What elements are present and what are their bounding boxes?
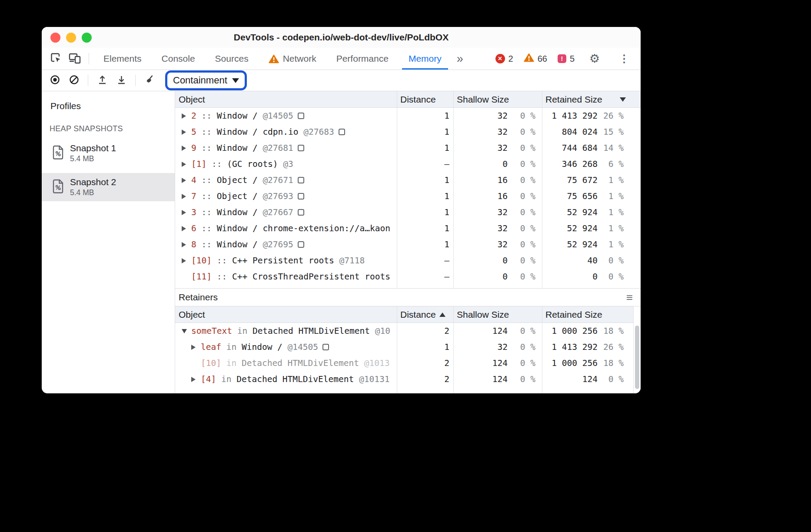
heap-object-row[interactable]: 4 :: Object / @276711160 %75 6721 % bbox=[175, 172, 641, 188]
object-id: 5 bbox=[191, 127, 196, 137]
sidebar-item-snapshot-1[interactable]: Snapshot 1 5.4 MB bbox=[42, 139, 175, 167]
column-label: Distance bbox=[400, 309, 436, 320]
sidebar-item-snapshot-2[interactable]: Snapshot 2 5.4 MB bbox=[42, 173, 175, 201]
close-window-button[interactable] bbox=[50, 33, 60, 43]
hamburger-menu-icon[interactable]: ≡ bbox=[626, 292, 633, 303]
toolbar-divider bbox=[135, 75, 136, 86]
cell-percent: 0 % bbox=[598, 272, 624, 282]
error-icon: × bbox=[495, 54, 505, 63]
perspective-select[interactable]: Containment bbox=[165, 70, 247, 90]
toggle-device-toolbar-button[interactable] bbox=[65, 50, 84, 68]
expand-icon[interactable] bbox=[182, 242, 191, 247]
tab-performance[interactable]: Performance bbox=[326, 48, 399, 70]
reveal-icon[interactable] bbox=[298, 241, 304, 248]
tab-label: Memory bbox=[409, 53, 442, 64]
kebab-menu-icon: ⋮ bbox=[619, 53, 629, 65]
column-header-shallow-size[interactable]: Shallow Size bbox=[453, 306, 542, 323]
expand-icon[interactable] bbox=[191, 345, 201, 350]
heap-object-row[interactable]: 5 :: Window / cdpn.io @276831320 %804 02… bbox=[175, 124, 641, 140]
tab-sources[interactable]: Sources bbox=[205, 48, 259, 70]
reveal-icon[interactable] bbox=[298, 177, 304, 183]
tab-elements[interactable]: Elements bbox=[93, 48, 152, 70]
dist-cell: 1 bbox=[397, 204, 453, 220]
scrollbar-thumb[interactable] bbox=[635, 326, 639, 389]
expand-icon[interactable] bbox=[182, 178, 191, 183]
expand-icon[interactable] bbox=[182, 194, 191, 199]
cell-value: 1 bbox=[397, 223, 449, 233]
tab-network[interactable]: Network bbox=[259, 48, 326, 70]
retained-cell: 346 2686 % bbox=[542, 156, 641, 172]
heap-object-row[interactable]: 2 :: Window / @145051320 %1 413 29226 % bbox=[175, 108, 641, 124]
reveal-icon[interactable] bbox=[298, 113, 304, 119]
clear-profiles-button[interactable] bbox=[64, 71, 83, 90]
devtools-menu-button[interactable]: ⋮ bbox=[615, 50, 634, 68]
heap-object-row[interactable]: [10] :: C++ Persistent roots @7118–00 %4… bbox=[175, 253, 641, 269]
retainer-row[interactable]: someText in Detached HTMLDivElement @102… bbox=[175, 323, 633, 339]
expand-icon[interactable] bbox=[182, 210, 191, 215]
column-header-retained-size[interactable]: Retained Size bbox=[542, 91, 641, 107]
column-header-object[interactable]: Object bbox=[175, 91, 397, 107]
cell-value: 52 924 bbox=[542, 207, 598, 217]
tab-memory[interactable]: Memory bbox=[399, 48, 452, 70]
heap-object-row[interactable]: [1] :: (GC roots) @3–00 %346 2686 % bbox=[175, 156, 641, 172]
retainer-name: [10] bbox=[201, 358, 221, 368]
cell-percent: 0 % bbox=[508, 175, 535, 185]
shallow-cell: 320 % bbox=[453, 236, 542, 253]
column-header-object[interactable]: Object bbox=[175, 306, 397, 323]
retained-cell: 1 000 25618 % bbox=[542, 323, 633, 339]
dist-cell: – bbox=[397, 156, 453, 172]
record-heap-snapshot-button[interactable] bbox=[45, 71, 64, 90]
object-cell: 6 :: Window / chrome-extension://a…kaon bbox=[175, 220, 397, 236]
issues-badge[interactable]: ! 5 bbox=[558, 54, 575, 64]
object-detail: chrome-extension://a…kaon bbox=[258, 223, 390, 233]
expand-icon[interactable] bbox=[191, 377, 201, 382]
upload-icon bbox=[97, 74, 108, 86]
column-header-distance[interactable]: Distance bbox=[397, 306, 453, 323]
heap-object-row[interactable]: 7 :: Object / @276931160 %75 6561 % bbox=[175, 188, 641, 204]
scrollbar[interactable] bbox=[633, 306, 641, 393]
column-header-shallow-size[interactable]: Shallow Size bbox=[453, 91, 542, 107]
more-tabs-button[interactable]: » bbox=[452, 52, 469, 66]
column-header-retained-size[interactable]: Retained Size bbox=[542, 306, 633, 323]
cell-percent: 0 % bbox=[508, 191, 535, 201]
collapse-icon[interactable] bbox=[182, 329, 191, 333]
column-header-distance[interactable]: Distance bbox=[397, 91, 453, 107]
reveal-icon[interactable] bbox=[298, 209, 304, 216]
reveal-icon[interactable] bbox=[322, 344, 329, 350]
expand-icon[interactable] bbox=[182, 113, 191, 119]
device-toolbar-icon bbox=[69, 53, 81, 65]
expand-icon[interactable] bbox=[182, 162, 191, 167]
retained-cell: 52 9241 % bbox=[542, 204, 641, 220]
minimize-window-button[interactable] bbox=[66, 33, 76, 43]
clean-garbage-button[interactable] bbox=[140, 71, 159, 90]
heap-object-row[interactable]: [11] :: C++ CrossThreadPersistent roots–… bbox=[175, 269, 641, 285]
console-warnings-badge[interactable]: 66 bbox=[524, 53, 547, 64]
retainers-panel: Retainers ≡ Object Distance Shallow bbox=[175, 288, 641, 393]
retainer-row[interactable]: leaf in Window / @145051320 %1 413 29226… bbox=[175, 339, 633, 355]
expand-icon[interactable] bbox=[182, 258, 191, 263]
cell-value: 32 bbox=[453, 223, 508, 233]
console-errors-badge[interactable]: × 2 bbox=[495, 54, 513, 64]
expand-icon[interactable] bbox=[182, 226, 191, 231]
reveal-icon[interactable] bbox=[339, 129, 345, 135]
heap-object-row[interactable]: 3 :: Window / @276671320 %52 9241 % bbox=[175, 204, 641, 220]
maximize-window-button[interactable] bbox=[82, 33, 92, 43]
save-profile-button[interactable] bbox=[112, 71, 131, 90]
heap-object-row[interactable]: 9 :: Window / @276811320 %744 68414 % bbox=[175, 140, 641, 156]
column-label: Distance bbox=[400, 94, 436, 105]
settings-button[interactable]: ⚙ bbox=[585, 50, 604, 68]
retainer-row[interactable]: [10] in Detached HTMLDivElement @1013212… bbox=[175, 355, 633, 371]
cell-value: 1 413 292 bbox=[542, 111, 598, 121]
heap-object-row[interactable]: 6 :: Window / chrome-extension://a…kaon1… bbox=[175, 220, 641, 236]
reveal-icon[interactable] bbox=[298, 145, 304, 151]
expand-icon[interactable] bbox=[182, 146, 191, 151]
tab-console[interactable]: Console bbox=[152, 48, 205, 70]
reveal-icon[interactable] bbox=[298, 193, 304, 200]
heap-object-row[interactable]: 8 :: Window / @276951320 %52 9241 % bbox=[175, 236, 641, 253]
load-profile-button[interactable] bbox=[93, 71, 112, 90]
object-name: (GC roots) bbox=[227, 159, 278, 169]
inspect-element-button[interactable] bbox=[46, 50, 65, 68]
expand-icon[interactable] bbox=[182, 130, 191, 135]
retainer-row[interactable]: [4] in Detached HTMLDivElement @10131212… bbox=[175, 371, 633, 387]
profiles-sidebar: Profiles HEAP SNAPSHOTS Snapshot 1 bbox=[42, 91, 175, 393]
